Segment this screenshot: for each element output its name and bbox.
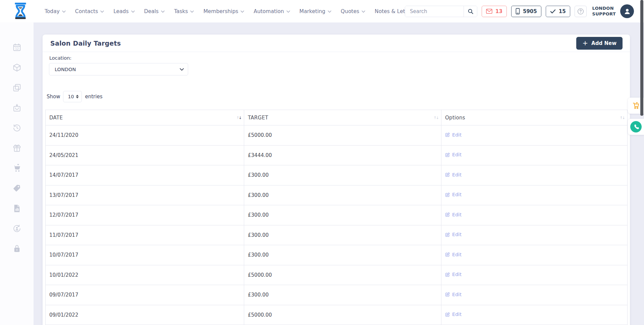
page-size-select[interactable]: 10 (63, 91, 82, 102)
target-cell: £300.00 (244, 285, 441, 305)
add-new-button[interactable]: + Add New (576, 37, 623, 50)
entries-label: entries (85, 94, 102, 100)
user-avatar[interactable] (620, 4, 634, 18)
daily-targets-table: DATE↑↓TARGET↑↓Options↑↓ 24/11/2020£5000.… (45, 110, 628, 325)
nav-item-contacts[interactable]: Contacts (75, 8, 104, 14)
messages-badge[interactable]: 13 (482, 6, 507, 17)
edit-link[interactable]: Edit (445, 312, 462, 317)
tasks-badge[interactable]: 15 (546, 6, 570, 17)
chevron-down-icon (100, 10, 104, 13)
gift-icon[interactable] (12, 144, 21, 153)
nav-item-automation[interactable]: Automation (254, 8, 290, 14)
chevron-down-icon (131, 10, 135, 13)
table-row: 10/07/2017£300.00Edit (46, 245, 628, 265)
page-size-wrap: 10 (63, 91, 82, 102)
date-cell: 11/07/2017 (46, 225, 244, 245)
card-body: Location: LONDON Show 10 (43, 55, 630, 325)
edit-link[interactable]: Edit (445, 272, 462, 277)
edit-link[interactable]: Edit (445, 212, 462, 217)
edit-pencil-icon (445, 292, 450, 297)
date-cell: 10/07/2017 (46, 245, 244, 265)
edit-link[interactable]: Edit (445, 232, 462, 237)
edit-link[interactable]: Edit (445, 192, 462, 197)
phone-teal-icon[interactable] (628, 119, 644, 135)
bag-icon[interactable] (12, 103, 21, 112)
sort-arrows-icon: ↑↓ (434, 115, 438, 120)
date-cell: 13/07/2017 (46, 185, 244, 205)
user-name: LONDON SUPPORT (592, 6, 616, 17)
table-row: 12/07/2017£300.00Edit (46, 205, 628, 225)
left-sidebar: 12 (0, 22, 34, 325)
target-cell: £300.00 (244, 205, 441, 225)
table-row: 13/07/2017£300.00Edit (46, 185, 628, 205)
edit-pencil-icon (445, 152, 450, 157)
nav-item-quotes[interactable]: Quotes (341, 8, 365, 14)
chevron-down-icon (286, 10, 290, 13)
column-header-target[interactable]: TARGET↑↓ (244, 110, 441, 125)
target-cell: £5000.00 (244, 125, 441, 146)
edit-link[interactable]: Edit (445, 292, 462, 297)
nav-item-today[interactable]: Today (45, 8, 66, 14)
nav-item-deals[interactable]: Deals (144, 8, 165, 14)
help-button[interactable] (575, 6, 587, 17)
tag-icon[interactable] (12, 184, 21, 193)
tasks-count: 15 (559, 8, 566, 14)
main-content: Salon Daily Targets + Add New Location: … (34, 22, 644, 325)
column-header-options[interactable]: Options↑↓ (441, 110, 628, 125)
chevron-down-icon (62, 10, 66, 13)
target-cell: £300.00 (244, 245, 441, 265)
history-icon[interactable] (12, 123, 21, 132)
cube-icon[interactable] (12, 63, 21, 72)
options-cell: Edit (441, 125, 628, 146)
column-header-date[interactable]: DATE↑↓ (46, 110, 244, 125)
messages-count: 13 (495, 8, 502, 14)
date-cell: 12/07/2017 (46, 205, 244, 225)
page-title: Salon Daily Targets (50, 40, 121, 47)
search-icon[interactable] (464, 6, 477, 17)
location-select[interactable]: LONDON (49, 63, 188, 75)
edit-pencil-icon (445, 192, 450, 197)
table-row: 11/07/2017£300.00Edit (46, 225, 628, 245)
show-entries-row: Show 10 entries (47, 91, 627, 102)
nav-item-memberships[interactable]: Memberships (203, 8, 244, 14)
envelope-icon (486, 9, 492, 14)
app-logo-icon[interactable] (11, 2, 30, 20)
show-label: Show (47, 94, 60, 100)
edit-link[interactable]: Edit (445, 152, 462, 157)
svg-text:12: 12 (15, 47, 18, 50)
lock-icon[interactable] (12, 244, 21, 253)
calendar-icon[interactable]: 12 (12, 43, 21, 52)
vertical-scrollbar-thumb[interactable] (640, 0, 643, 116)
salon-daily-targets-card: Salon Daily Targets + Add New Location: … (43, 35, 630, 325)
calls-badge[interactable]: 5905 (511, 6, 541, 17)
options-cell: Edit (441, 165, 628, 185)
chevron-down-icon (190, 10, 194, 13)
check-icon (550, 9, 556, 14)
nav-item-marketing[interactable]: Marketing (300, 8, 331, 14)
options-cell: Edit (441, 225, 628, 245)
nav-item-tasks[interactable]: Tasks (174, 8, 194, 14)
edit-pencil-icon (445, 232, 450, 237)
table-row: 14/07/2017£300.00Edit (46, 165, 628, 185)
options-cell: Edit (441, 305, 628, 325)
question-icon (577, 8, 584, 15)
copy-icon[interactable] (12, 83, 21, 92)
smartphone-icon (516, 8, 520, 14)
edit-pencil-icon (445, 272, 450, 277)
edit-pencil-icon (445, 312, 450, 317)
edit-link[interactable]: Edit (445, 252, 462, 257)
cart-icon[interactable] (12, 164, 21, 173)
date-cell: 09/01/2022 (46, 305, 244, 325)
chevron-down-icon (362, 10, 365, 13)
target-cell: £5000.00 (244, 265, 441, 285)
nav-item-leads[interactable]: Leads (113, 8, 135, 14)
date-cell: 24/11/2020 (46, 125, 244, 146)
target-cell: £5000.00 (244, 305, 441, 325)
edit-link[interactable]: Edit (445, 172, 462, 177)
account-icon[interactable] (12, 224, 21, 233)
report-icon[interactable] (12, 204, 21, 213)
top-navigation-bar: TodayContactsLeadsDealsTasksMembershipsA… (0, 0, 644, 22)
edit-link[interactable]: Edit (445, 132, 462, 138)
edit-pencil-icon (445, 172, 450, 177)
search-input[interactable] (405, 6, 464, 17)
